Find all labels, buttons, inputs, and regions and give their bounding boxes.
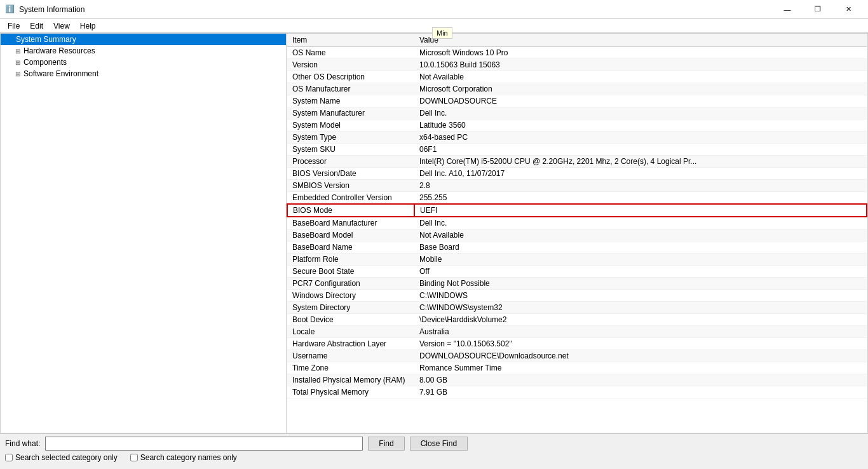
minimize-button[interactable]: — (773, 0, 802, 19)
table-cell-item: System Directory (287, 302, 414, 314)
table-row: System DirectoryC:\WINDOWS\system32 (287, 302, 867, 314)
checkbox-category-names-input[interactable] (130, 454, 138, 461)
table-cell-item: BIOS Mode (287, 204, 414, 217)
table-row: System NameDOWNLOADSOURCE (287, 95, 867, 107)
main-container: System Summary ⊞ Hardware Resources ⊞ Co… (0, 33, 868, 433)
close-find-button[interactable]: Close Find (410, 437, 468, 451)
table-cell-item: Embedded Controller Version (287, 192, 414, 205)
table-row: BIOS ModeUEFI (287, 204, 867, 217)
col-header-item: Item (287, 34, 414, 47)
find-button[interactable]: Find (368, 437, 404, 451)
sidebar-label-software-environment: Software Environment (24, 69, 98, 78)
tooltip: Min (432, 27, 452, 39)
table-cell-value: Dell Inc. (414, 217, 867, 229)
maximize-button[interactable]: ❐ (803, 0, 832, 19)
sidebar-item-software-environment[interactable]: ⊞ Software Environment (1, 68, 286, 79)
table-row: Other OS DescriptionNot Available (287, 71, 867, 83)
table-cell-item: Version (287, 59, 414, 71)
table-row: BIOS Version/DateDell Inc. A10, 11/07/20… (287, 168, 867, 180)
find-label: Find what: (5, 439, 40, 448)
sidebar-item-hardware-resources[interactable]: ⊞ Hardware Resources (1, 45, 286, 57)
expand-icon-software-environment: ⊞ (13, 69, 22, 78)
table-cell-value: 7.91 GB (414, 386, 867, 398)
table-cell-item: Total Physical Memory (287, 386, 414, 398)
title-bar: ℹ️ System Information — ❐ ✕ (0, 0, 868, 19)
table-cell-item: OS Name (287, 47, 414, 59)
table-cell-item: Locale (287, 326, 414, 338)
table-row: System SKU06F1 (287, 144, 867, 156)
table-cell-item: Platform Role (287, 254, 414, 266)
table-row: System Typex64-based PC (287, 132, 867, 144)
table-cell-value: Romance Summer Time (414, 362, 867, 374)
sidebar-item-system-summary[interactable]: System Summary (1, 34, 286, 45)
table-cell-value: 06F1 (414, 144, 867, 156)
table-row: Hardware Abstraction LayerVersion = "10.… (287, 338, 867, 350)
table-cell-value: Australia (414, 326, 867, 338)
table-cell-item: System SKU (287, 144, 414, 156)
table-cell-value: Binding Not Possible (414, 278, 867, 290)
table-row: UsernameDOWNLOADSOURCE\Downloadsource.ne… (287, 350, 867, 362)
table-row: BaseBoard ModelNot Available (287, 229, 867, 241)
menu-help[interactable]: Help (75, 20, 101, 32)
checkbox-selected-category-input[interactable] (5, 454, 13, 461)
table-cell-value: 10.0.15063 Build 15063 (414, 59, 867, 71)
table-cell-value: \Device\HarddiskVolume2 (414, 314, 867, 326)
table-row: Total Physical Memory7.91 GB (287, 386, 867, 398)
sidebar-label-hardware-resources: Hardware Resources (24, 46, 95, 55)
table-cell-item: BaseBoard Model (287, 229, 414, 241)
checkbox-selected-category[interactable]: Search selected category only (5, 453, 118, 462)
table-row: SMBIOS Version2.8 (287, 180, 867, 192)
table-cell-value: C:\WINDOWS\system32 (414, 302, 867, 314)
table-cell-value: Version = "10.0.15063.502" (414, 338, 867, 350)
table-cell-item: Username (287, 350, 414, 362)
table-cell-value: Intel(R) Core(TM) i5-5200U CPU @ 2.20GHz… (414, 156, 867, 168)
table-row: OS ManufacturerMicrosoft Corporation (287, 83, 867, 95)
table-cell-value: Microsoft Corporation (414, 83, 867, 95)
table-row: Secure Boot StateOff (287, 266, 867, 278)
table-cell-item: BIOS Version/Date (287, 168, 414, 180)
menu-edit[interactable]: Edit (25, 20, 48, 32)
table-cell-item: OS Manufacturer (287, 83, 414, 95)
table-cell-value: C:\WINDOWS (414, 290, 867, 302)
table-cell-value: Dell Inc. (414, 107, 867, 119)
sidebar-item-components[interactable]: ⊞ Components (1, 57, 286, 68)
table-cell-item: Other OS Description (287, 71, 414, 83)
table-scroll[interactable]: Item Value OS NameMicrosoft Windows 10 P… (287, 34, 867, 433)
table-cell-item: BaseBoard Name (287, 241, 414, 254)
checkbox-row: Search selected category only Search cat… (5, 453, 863, 462)
find-input[interactable] (45, 437, 363, 451)
menu-file[interactable]: File (3, 20, 25, 32)
table-row: Embedded Controller Version255.255 (287, 192, 867, 205)
table-cell-item: Time Zone (287, 362, 414, 374)
checkbox-selected-category-label: Search selected category only (15, 453, 118, 462)
expand-icon-hardware-resources: ⊞ (13, 46, 22, 55)
close-button[interactable]: ✕ (834, 0, 863, 19)
table-cell-value: DOWNLOADSOURCE (414, 95, 867, 107)
col-header-value: Value (414, 34, 867, 47)
table-cell-value: Microsoft Windows 10 Pro (414, 47, 867, 59)
table-row: System ManufacturerDell Inc. (287, 107, 867, 119)
table-row: LocaleAustralia (287, 326, 867, 338)
checkbox-category-names[interactable]: Search category names only (130, 453, 237, 462)
table-row: Time ZoneRomance Summer Time (287, 362, 867, 374)
expand-icon-system-summary (6, 35, 15, 44)
table-cell-item: Processor (287, 156, 414, 168)
table-row: ProcessorIntel(R) Core(TM) i5-5200U CPU … (287, 156, 867, 168)
table-row: Windows DirectoryC:\WINDOWS (287, 290, 867, 302)
table-cell-value: Base Board (414, 241, 867, 254)
content-panel: Item Value OS NameMicrosoft Windows 10 P… (287, 34, 867, 433)
table-row: Boot Device\Device\HarddiskVolume2 (287, 314, 867, 326)
table-cell-item: BaseBoard Manufacturer (287, 217, 414, 229)
table-cell-value: Off (414, 266, 867, 278)
table-cell-value: Mobile (414, 254, 867, 266)
window-title: System Information (19, 5, 773, 14)
find-row: Find what: Find Close Find (5, 437, 863, 451)
table-row: Version10.0.15063 Build 15063 (287, 59, 867, 71)
table-cell-item: System Name (287, 95, 414, 107)
table-cell-item: Installed Physical Memory (RAM) (287, 374, 414, 386)
table-row: BaseBoard NameBase Board (287, 241, 867, 254)
title-bar-buttons: — ❐ ✕ (773, 0, 863, 19)
table-cell-value: Not Available (414, 71, 867, 83)
table-cell-value: x64-based PC (414, 132, 867, 144)
menu-view[interactable]: View (48, 20, 75, 32)
